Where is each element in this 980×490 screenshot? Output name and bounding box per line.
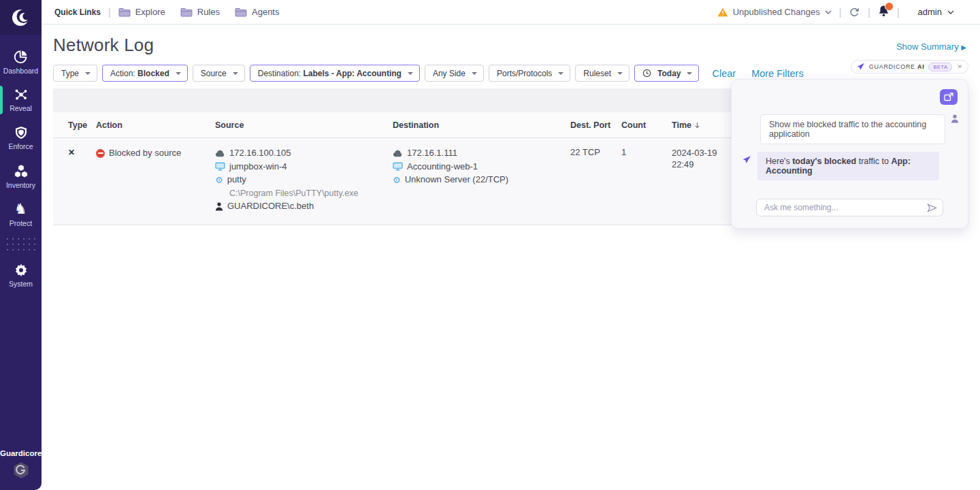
open-external-icon (944, 93, 953, 101)
chat-input-wrap (756, 199, 943, 216)
network-icon (14, 88, 29, 101)
column-header-count[interactable]: Count (621, 120, 672, 130)
filter-action[interactable]: Action: Blocked (102, 65, 188, 82)
unpublished-changes-dropdown[interactable]: Unpublished Changes (717, 7, 832, 17)
filter-text: Destination: Labels - App: Accounting (258, 69, 402, 78)
send-button[interactable] (927, 203, 937, 215)
column-header-destination[interactable]: Destination (393, 120, 570, 130)
crescent-logo-icon (10, 6, 33, 29)
column-header-source[interactable]: Source (215, 120, 393, 130)
column-header-label: Time (672, 120, 691, 130)
folder-icon (235, 7, 247, 17)
column-header-dest-port[interactable]: Dest. Port (570, 120, 621, 130)
filter-today[interactable]: Today (634, 65, 699, 82)
nav-item-explore[interactable]: Explore (118, 7, 165, 17)
sidebar-item-dashboard[interactable]: Dashboard (0, 43, 42, 81)
sidebar-item-enforce[interactable]: Enforce (0, 119, 42, 157)
ai-chip-ai: AI (917, 63, 924, 70)
notifications-button[interactable] (878, 5, 889, 20)
nav-item-label: Explore (135, 7, 165, 17)
source-process: putty (227, 174, 246, 186)
chevron-down-icon (947, 10, 954, 14)
sidebar-item-inventory[interactable]: Inventory (0, 157, 42, 195)
ai-chip-label: GUARDICORE AI (869, 63, 925, 70)
refresh-button[interactable] (849, 7, 860, 18)
nav-item-agents[interactable]: Agents (235, 7, 279, 17)
clock-icon (642, 69, 651, 78)
chevron-down-icon (233, 72, 238, 75)
notification-badge (885, 2, 894, 11)
filter-ports-protocols[interactable]: Ports/Protocols (489, 65, 570, 82)
column-header-action[interactable]: Action (96, 120, 215, 130)
filter-prefix: Action: (110, 69, 135, 78)
user-message-row: Show me blocked traffic to the accountin… (760, 114, 959, 144)
g-cube-logo-icon (13, 461, 29, 479)
top-nav: Explore Rules Agents (118, 7, 280, 17)
filter-value: Today (657, 69, 681, 78)
filter-value: Labels - App: Accounting (303, 69, 401, 78)
filter-destination[interactable]: Destination: Labels - App: Accounting (250, 65, 420, 82)
source-process-path: C:\Program Files\PuTTY\putty.exe (215, 187, 393, 200)
nav-item-rules[interactable]: Rules (180, 7, 220, 17)
nav-item-label: Agents (252, 7, 279, 17)
close-icon[interactable]: ✕ (957, 63, 962, 70)
filter-label: Ports/Protocols (497, 69, 552, 78)
chevron-down-icon (85, 72, 91, 75)
title-row: Network Log Show Summary ▶ (42, 25, 980, 56)
sidebar-dots-texture (5, 236, 37, 254)
source-ip: 172.16.100.105 (229, 147, 291, 160)
arrow-right-icon: ▶ (961, 44, 966, 51)
gear-icon (14, 263, 28, 277)
source-hostname[interactable]: jumpbox-win-4 (229, 161, 287, 174)
cell-dest-port: 22 TCP (570, 147, 621, 214)
user-menu[interactable]: admin (918, 7, 954, 17)
blocked-icon (96, 149, 105, 158)
filter-label: Type (61, 69, 79, 78)
destination-hostname[interactable]: Accounting-web-1 (407, 161, 478, 174)
cell-count: 1 (621, 147, 672, 214)
sidebar-item-reveal[interactable]: Reveal (0, 81, 42, 119)
pie-chart-icon (14, 50, 28, 64)
sidebar-item-system[interactable]: System (0, 257, 42, 295)
action-label: Blocked by source (109, 147, 181, 160)
topbar: Quick Links | Explore Rules Agents (42, 0, 980, 24)
ai-chat-panel: Show me blocked traffic to the accountin… (731, 79, 968, 229)
show-summary-link[interactable]: Show Summary ▶ (896, 42, 966, 52)
guardicore-logo[interactable] (0, 0, 42, 35)
chevron-down-icon (617, 72, 623, 75)
filter-any-side[interactable]: Any Side (425, 65, 484, 82)
user-message: Show me blocked traffic to the accountin… (760, 114, 945, 144)
sidebar-item-protect[interactable]: ♞ Protect (0, 195, 42, 233)
more-filters-link[interactable]: More Filters (751, 68, 804, 79)
show-summary-label: Show Summary (896, 42, 959, 52)
chevron-down-icon (687, 72, 692, 75)
filter-ruleset[interactable]: Ruleset (575, 65, 630, 82)
chevron-down-icon (408, 72, 413, 75)
shield-icon (14, 126, 28, 140)
chat-input[interactable] (756, 199, 943, 216)
brand-name: Guardicore (0, 449, 42, 457)
send-plane-icon (857, 63, 865, 71)
column-header-type[interactable]: Type (68, 120, 96, 130)
chevron-down-icon (472, 72, 477, 75)
unpublished-changes-label: Unpublished Changes (733, 7, 820, 17)
source-user: GUARDICORE\c.beth (227, 200, 314, 213)
sidebar: Dashboard Reveal Enforce (0, 0, 42, 490)
guardicore-ai-chip[interactable]: GUARDICORE AI BETA ✕ (851, 60, 968, 74)
clear-filters-link[interactable]: Clear (712, 68, 736, 79)
divider: | (868, 7, 870, 18)
expand-panel-button[interactable] (940, 89, 958, 105)
filter-source[interactable]: Source (193, 65, 245, 82)
user-icon (215, 202, 223, 211)
divider: | (108, 7, 111, 18)
ai-chip-brand: GUARDICORE (869, 63, 915, 70)
user-avatar-icon (951, 114, 959, 123)
destination-ip: 172.16.1.111 (407, 147, 457, 160)
sidebar-item-label: Dashboard (3, 67, 38, 75)
cell-source: 172.16.100.105 jumpbox-win-4 ⚙ putty C:\… (215, 147, 393, 214)
quick-links-label[interactable]: Quick Links (54, 7, 101, 17)
filter-type[interactable]: Type (53, 65, 97, 82)
divider: | (839, 7, 842, 18)
cell-destination: 172.16.1.111 Accounting-web-1 ⚙ Unknown … (393, 147, 570, 214)
chevron-down-icon (558, 72, 564, 75)
